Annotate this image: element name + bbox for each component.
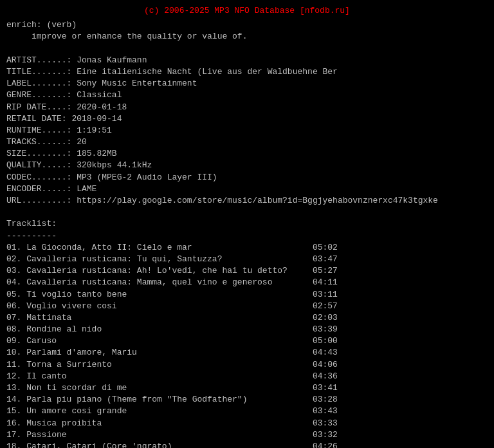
main-content: enrich: (verb) improve or enhance the qu…	[6, 19, 488, 448]
header-line: (c) 2006-2025 MP3 NFO Database [nfodb.ru…	[6, 5, 488, 17]
copyright-text: (c) 2006-2025 MP3 NFO Database [nfodb.ru…	[144, 6, 350, 15]
